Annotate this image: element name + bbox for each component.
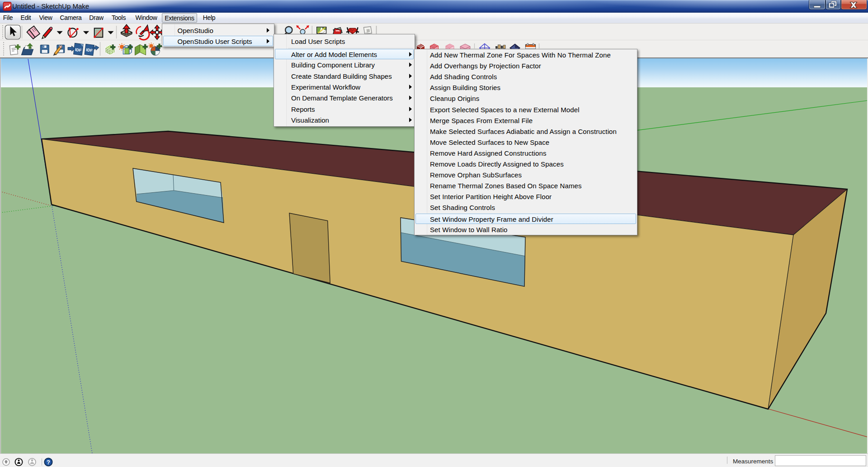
svg-text:?: ? [47,459,50,466]
svg-text:IDF: IDF [86,48,93,53]
svg-text:IDF: IDF [75,48,82,53]
